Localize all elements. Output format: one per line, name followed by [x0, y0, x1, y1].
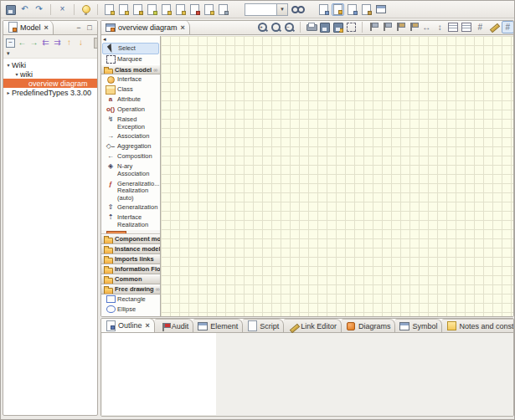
pin-drawer-icon[interactable]: ∞: [153, 67, 157, 73]
print-icon[interactable]: [305, 21, 317, 33]
drawer-component-model[interactable]: Component mo...: [101, 234, 160, 244]
search-icon[interactable]: [291, 3, 304, 16]
class-tool[interactable]: Class: [101, 85, 160, 95]
create-element-icon-6[interactable]: [174, 3, 187, 16]
tab-audit[interactable]: Audit: [155, 319, 194, 332]
create-element-icon-2[interactable]: [117, 3, 130, 16]
raised-exception-tool[interactable]: ↯Raised Exception: [101, 115, 160, 131]
tab-script[interactable]: Script: [243, 319, 284, 332]
undo-icon[interactable]: ↶: [18, 3, 31, 16]
diagram-canvas[interactable]: [161, 36, 513, 316]
model-view-icon[interactable]: [8, 23, 18, 33]
fit-content-icon[interactable]: [447, 21, 460, 33]
drawer-free-drawing[interactable]: Free drawing∞: [101, 284, 160, 295]
minimize-view-icon[interactable]: −: [75, 23, 83, 32]
drawer-common[interactable]: Common: [101, 274, 160, 284]
maximize-view-icon[interactable]: □: [85, 23, 94, 32]
align-right-icon[interactable]: [380, 21, 393, 33]
text-tool[interactable]: TText: [101, 315, 160, 316]
perspective-icon-4[interactable]: [360, 3, 373, 16]
aggregation-tool[interactable]: ◇–Aggregation: [101, 141, 160, 151]
close-icon[interactable]: ×: [180, 23, 185, 32]
grid-icon[interactable]: #: [474, 21, 487, 33]
marquee-tool[interactable]: Marquee: [101, 54, 160, 64]
align-top-icon[interactable]: [394, 21, 406, 33]
tab-outline[interactable]: Outline×: [101, 318, 155, 332]
create-element-icon-4[interactable]: [146, 3, 158, 16]
perspective-icon-3[interactable]: [346, 3, 358, 16]
redo-icon[interactable]: ↷: [33, 3, 45, 16]
tab-notes-and-constraints[interactable]: Notes and constraints: [442, 319, 514, 332]
create-element-icon-5[interactable]: [160, 3, 173, 16]
select-tool[interactable]: Select: [102, 43, 159, 54]
create-element-icon-8[interactable]: [203, 3, 215, 16]
tab-symbol[interactable]: Symbol: [395, 319, 442, 332]
create-element-icon-7[interactable]: [188, 3, 201, 16]
tree-item-predefined-types[interactable]: ▸PredefinedTypes 3.3.00: [3, 88, 97, 97]
save-diagram-icon[interactable]: [318, 21, 331, 33]
ellipse-tool[interactable]: Ellipse: [101, 305, 160, 315]
export-image-icon[interactable]: [332, 21, 344, 33]
rectangle-tool[interactable]: Rectangle: [101, 295, 160, 305]
nary-association-tool[interactable]: ◈N-ary Association: [101, 161, 160, 178]
interface-tool[interactable]: Interface: [101, 74, 160, 85]
history-back-icon[interactable]: ⇇: [40, 38, 51, 49]
drawer-information-flows[interactable]: Information Flo...: [101, 264, 160, 274]
distribute-horizontal-icon[interactable]: ↔: [420, 21, 433, 33]
clipped-toolbar-icon[interactable]: [87, 38, 97, 49]
view-menu-icon[interactable]: ▾: [3, 50, 97, 59]
style-edit-icon[interactable]: [488, 21, 501, 33]
operation-tool[interactable]: o()Operation: [101, 105, 160, 115]
tab-diagrams[interactable]: Diagrams: [342, 319, 396, 332]
collapse-all-icon[interactable]: [5, 38, 16, 49]
attribute-tool[interactable]: aAttribute: [101, 95, 160, 105]
tree-expander-icon[interactable]: ▾: [13, 71, 20, 77]
perspective-icon-1[interactable]: [317, 3, 330, 16]
nav-back-icon[interactable]: ←: [17, 38, 28, 49]
tree-item-wiki-package[interactable]: ▾wiki: [3, 69, 97, 79]
tree-expander-icon[interactable]: ▾: [5, 62, 12, 68]
save-icon[interactable]: [4, 3, 17, 16]
chevron-down-icon[interactable]: ▾: [276, 4, 287, 15]
move-up-icon[interactable]: ↑: [64, 38, 75, 49]
close-icon[interactable]: ×: [145, 321, 150, 330]
tools-icon[interactable]: ×: [56, 3, 69, 16]
zoom-out-icon[interactable]: −: [283, 21, 296, 33]
nav-forward-icon[interactable]: →: [28, 38, 39, 49]
close-icon[interactable]: ×: [44, 23, 49, 32]
generalization-realization-tool[interactable]: ƒGeneralizatio... Realization (auto): [101, 179, 160, 203]
lightbulb-icon[interactable]: [80, 3, 92, 16]
tree-item-wiki-project[interactable]: ▾Wiki: [3, 60, 97, 69]
zoom-in-icon[interactable]: +: [256, 21, 269, 33]
move-down-icon[interactable]: ↓: [75, 38, 86, 49]
association-tool[interactable]: →Association: [101, 131, 160, 141]
layout-icon[interactable]: [461, 21, 473, 33]
element-search-combo[interactable]: ▾: [245, 3, 288, 16]
snap-grid-icon[interactable]: #: [502, 21, 514, 33]
create-element-icon-9[interactable]: [217, 3, 229, 16]
drawer-instance-model[interactable]: Instance model: [101, 244, 160, 254]
tree-item-overview-diagram[interactable]: overview diagram: [3, 79, 97, 88]
align-left-icon[interactable]: [367, 21, 379, 33]
tree-expander-icon[interactable]: ▸: [5, 90, 12, 95]
distribute-vertical-icon[interactable]: ↕: [434, 21, 446, 33]
drawer-imports-links[interactable]: Imports links: [101, 254, 160, 264]
model-view-tab[interactable]: Model ×: [3, 20, 54, 34]
palette-collapse-icon[interactable]: ◂: [101, 36, 160, 43]
align-bottom-icon[interactable]: [407, 21, 420, 33]
editor-tab-overview-diagram[interactable]: overview diagram ×: [101, 20, 190, 34]
pin-drawer-icon[interactable]: ∞: [156, 286, 160, 292]
zoom-original-icon[interactable]: [270, 21, 282, 33]
tab-link-editor[interactable]: Link Editor: [284, 319, 342, 332]
generalization-tool[interactable]: ⇧Generalization: [101, 202, 160, 213]
composition-tool[interactable]: ←Composition: [101, 151, 160, 161]
create-element-icon-1[interactable]: [103, 3, 116, 16]
history-forward-icon[interactable]: ⇉: [52, 38, 63, 49]
tab-element[interactable]: Element: [193, 319, 243, 332]
drawer-class-model[interactable]: Class model∞: [101, 64, 160, 74]
interface-realization-tool[interactable]: ⇡Interface Realization: [101, 213, 160, 229]
selection-box-icon[interactable]: [345, 21, 358, 33]
create-element-icon-3[interactable]: [131, 3, 144, 16]
perspective-icon-2[interactable]: [332, 3, 344, 16]
perspective-icon-5[interactable]: [374, 3, 387, 16]
